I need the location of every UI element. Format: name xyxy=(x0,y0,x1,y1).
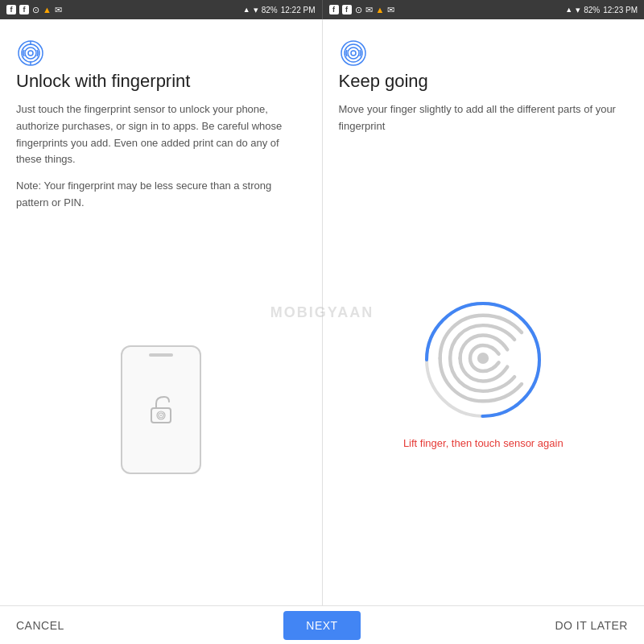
battery-left: 82% xyxy=(262,6,278,14)
fb-icon-3: f xyxy=(329,5,339,14)
status-icons-left: f f ⊙ ▲ ✉ xyxy=(6,5,62,15)
wifi-icon: ▾ xyxy=(254,5,258,15)
svg-point-13 xyxy=(351,51,356,56)
bottom-left: CANCEL xyxy=(0,619,220,632)
left-panel-description: Just touch the fingerprint sensor to unl… xyxy=(16,101,306,168)
msg-icon-2: ✉ xyxy=(365,5,373,15)
right-panel: Keep going Move your finger slightly to … xyxy=(323,19,645,605)
fb-icon-4: f xyxy=(342,5,352,14)
right-panel-description: Move your finger slightly to add all the… xyxy=(339,101,629,135)
time-left: 12:22 PM xyxy=(281,6,316,14)
ig-icon-2: ⊙ xyxy=(355,5,362,15)
ig-icon: ⊙ xyxy=(32,5,39,15)
wifi-icon-2: ▾ xyxy=(576,5,580,15)
bottom-right: DO IT LATER xyxy=(424,619,644,632)
phone-illustration xyxy=(16,228,306,592)
right-panel-title: Keep going xyxy=(339,71,629,92)
svg-point-2 xyxy=(25,47,36,59)
svg-point-3 xyxy=(28,51,33,56)
left-panel-title: Unlock with fingerprint xyxy=(16,71,306,92)
next-button[interactable]: NEXT xyxy=(283,611,360,640)
status-icons-right: f f ⊙ ✉ ▲ ✉ xyxy=(329,5,395,15)
lock-fingerprint-container xyxy=(147,392,175,427)
svg-point-12 xyxy=(348,47,359,59)
fb-icon-1: f xyxy=(6,5,16,14)
fb-icon-2: f xyxy=(19,5,29,14)
msg-icon: ✉ xyxy=(55,5,62,15)
fingerprint-progress-circle xyxy=(419,295,547,424)
status-bar-right: f f ⊙ ✉ ▲ ✉ ▲ ▾ 82% 12:23 PM xyxy=(323,0,645,19)
status-bar-left: f f ⊙ ▲ ✉ ▲ ▾ 82% 12:22 PM xyxy=(0,0,322,19)
status-right-right-bar: ▲ ▾ 82% 12:23 PM xyxy=(565,5,638,15)
bottom-bar: CANCEL NEXT DO IT LATER xyxy=(0,605,644,644)
bottom-center: NEXT xyxy=(220,611,423,640)
svg-point-16 xyxy=(477,353,489,364)
time-right: 12:23 PM xyxy=(603,6,638,14)
main-content: MOBIGYAAN Unlock with fingerprint Just t… xyxy=(0,19,644,605)
lock-icon xyxy=(147,392,175,427)
fingerprint-icon-left xyxy=(16,39,306,71)
cancel-button[interactable]: CANCEL xyxy=(16,619,64,632)
arrow-up-icon: ▲ xyxy=(243,6,250,14)
fingerprint-progress-container: Lift finger, then touch sensor again xyxy=(339,153,629,592)
do-it-later-button[interactable]: DO IT LATER xyxy=(555,619,628,632)
left-panel-note: Note: Your fingerprint may be less secur… xyxy=(16,178,306,212)
left-panel: Unlock with fingerprint Just touch the f… xyxy=(0,19,323,605)
alert-icon-2: ▲ xyxy=(376,5,385,14)
fingerprint-icon-right xyxy=(339,39,629,71)
status-right-left-bar: ▲ ▾ 82% 12:22 PM xyxy=(243,5,316,15)
arrow-up-icon-2: ▲ xyxy=(565,6,572,14)
phone-shape xyxy=(121,345,201,474)
svg-point-9 xyxy=(160,415,162,416)
battery-right: 82% xyxy=(584,6,600,14)
lift-finger-text: Lift finger, then touch sensor again xyxy=(403,437,564,449)
fingerprint-center-icon xyxy=(419,294,547,426)
status-bars: f f ⊙ ▲ ✉ ▲ ▾ 82% 12:22 PM f f ⊙ ✉ ▲ ✉ ▲… xyxy=(0,0,644,19)
extra-icon: ✉ xyxy=(387,5,394,15)
alert-icon: ▲ xyxy=(43,5,52,14)
